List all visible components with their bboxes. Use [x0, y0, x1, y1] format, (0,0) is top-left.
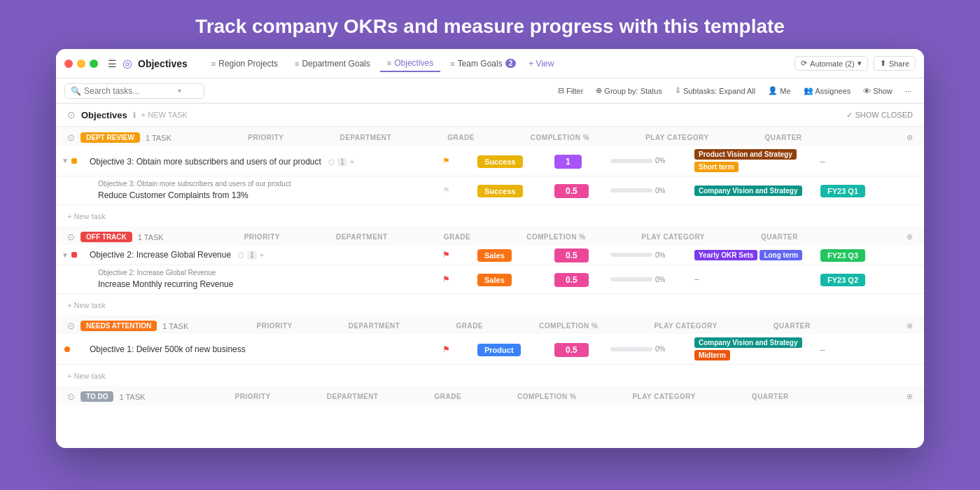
col-completion: COMPLETION % [526, 233, 585, 241]
tab-department-goals[interactable]: ≡ Department Goals [288, 56, 377, 71]
completion-pct: 0% [655, 276, 665, 284]
dept-badge: Sales [477, 274, 512, 286]
section-to-do: ⊙ TO DO 1 TASK PRIORITY DEPARTMENT GRADE… [56, 386, 924, 405]
task-row[interactable]: Objective 2: Increase Global Revenue Inc… [56, 265, 924, 294]
filter-icon: ⊟ [558, 86, 564, 95]
completion-pct: 0% [655, 345, 665, 353]
show-button[interactable]: 👁 Show [859, 85, 897, 97]
minimize-button[interactable] [77, 59, 85, 68]
task-row[interactable]: ▼ Objective 2: Increase Global Revenue ⬡… [56, 245, 924, 265]
group-by-button[interactable]: ⊕ Group by: Status [592, 85, 666, 97]
new-task-row: + New task [56, 205, 924, 226]
section-header-to-do: ⊙ TO DO 1 TASK PRIORITY DEPARTMENT GRADE… [56, 386, 924, 405]
subtasks-button[interactable]: ⇩ Subtasks: Expand All [671, 85, 760, 97]
section-add-button[interactable]: ⊕ [906, 321, 913, 330]
col-grade: GRADE [456, 322, 483, 330]
add-subtask-button[interactable]: + [260, 251, 264, 259]
col-priority: PRIORITY [256, 322, 292, 330]
dropdown-icon: ▾ [858, 59, 862, 68]
col-quarter: QUARTER [774, 322, 811, 330]
col-completion: COMPLETION % [539, 322, 598, 330]
completion-pct: 0% [655, 251, 665, 259]
grade-badge: 0.5 [554, 248, 589, 262]
status-badge-off-track: OFF TRACK [80, 232, 132, 242]
tab-team-goals[interactable]: ≡ Team Goals 2 [443, 56, 523, 71]
tab-objectives[interactable]: ≡ Objectives [380, 55, 440, 72]
dept-cell: Sales [477, 248, 554, 261]
section-collapse-icon[interactable]: ⊙ [67, 232, 75, 242]
status-badge-needs-attention: NEEDS ATTENTION [80, 321, 157, 331]
assignees-button[interactable]: 👥 Assignees [799, 85, 855, 97]
task-expand-cell [62, 346, 90, 352]
section-collapse-icon[interactable]: ⊙ [67, 132, 75, 143]
add-subtask-button[interactable]: + [350, 158, 354, 166]
subtask-icon: ⬡ [328, 158, 335, 166]
new-task-button[interactable]: + New task [67, 372, 106, 380]
task-name: Objective 3: Obtain more subscribers and… [90, 157, 321, 167]
content-area: ⊙ Objectives ℹ + NEW TASK ✓ SHOW CLOSED … [56, 104, 924, 448]
section-add-button[interactable]: ⊕ [906, 392, 913, 401]
grade-cell: 0.5 [554, 184, 610, 197]
grade-cell: 0.5 [554, 343, 610, 356]
new-task-button[interactable]: + New task [67, 212, 106, 220]
show-closed-button[interactable]: ✓ SHOW CLOSED [846, 111, 913, 120]
priority-flag: ⚑ [442, 186, 450, 195]
section-count: 1 TASK [138, 233, 164, 241]
filter-button[interactable]: ⊟ Filter [554, 85, 587, 97]
completion-cell: 0% [610, 157, 694, 164]
info-icon[interactable]: ℹ [133, 111, 136, 120]
priority-cell: ⚑ [414, 274, 477, 284]
new-task-button[interactable]: + NEW TASK [141, 111, 188, 119]
expand-icon[interactable]: ▼ [62, 251, 69, 259]
share-icon: ⬆ [880, 59, 886, 68]
dept-badge: Sales [477, 249, 512, 262]
task-color-dot [71, 252, 77, 258]
tab-region-projects[interactable]: ≡ Region Projects [204, 56, 285, 71]
app-title: Objectives [138, 58, 188, 69]
search-icon: 🔍 [71, 86, 81, 96]
task-row[interactable]: ▼ Objective 3: Obtain more subscribers a… [56, 146, 924, 176]
task-name: Increase Monthly recurring Revenue [98, 279, 233, 289]
task-row[interactable]: Objective 3: Obtain more subscribers and… [56, 176, 924, 205]
list-icon: ≡ [295, 59, 299, 68]
tags-cell: Product Vision and Strategy Short term [694, 149, 820, 172]
more-button[interactable]: ··· [901, 85, 916, 97]
search-input[interactable] [84, 86, 175, 96]
task-row[interactable]: Objective 1: Deliver 500k of new busines… [56, 334, 924, 365]
list-icon: ≡ [211, 59, 216, 68]
section-add-button[interactable]: ⊕ [906, 133, 913, 142]
automate-button[interactable]: ⟳ Automate (2) ▾ [794, 56, 868, 71]
col-grade: GRADE [434, 393, 461, 400]
quarter-badge: FY23 Q1 [820, 185, 865, 197]
task-color-dot [71, 158, 77, 164]
col-department: DEPARTMENT [327, 393, 379, 400]
task-name-cell: Objective 1: Deliver 500k of new busines… [90, 344, 414, 354]
expand-icon[interactable]: ▼ [62, 157, 69, 164]
quarter-badge: FY23 Q2 [820, 274, 865, 286]
toolbar: 🔍 ▾ ⊟ Filter ⊕ Group by: Status ⇩ Subtas… [56, 78, 924, 104]
add-view-button[interactable]: + View [528, 59, 554, 69]
chevron-down-icon[interactable]: ▾ [178, 87, 181, 94]
tag-company-vision: Company Vision and Strategy [694, 337, 802, 348]
col-priority: PRIORITY [248, 134, 284, 141]
col-play-category: PLAY CATEGORY [645, 134, 708, 141]
new-task-button[interactable]: + New task [67, 301, 106, 309]
completion-pct: 0% [655, 157, 665, 164]
close-button[interactable] [64, 59, 73, 68]
task-expand-cell: ▼ [62, 251, 90, 259]
collapse-icon[interactable]: ⊙ [67, 109, 76, 120]
maximize-button[interactable] [90, 59, 98, 68]
search-box[interactable]: 🔍 ▾ [64, 83, 204, 99]
hamburger-icon[interactable]: ☰ [108, 58, 117, 69]
new-task-row: + New task [56, 365, 924, 386]
priority-cell: ⚑ [414, 186, 477, 195]
me-button[interactable]: 👤 Me [764, 85, 794, 97]
grade-cell: 1 [554, 155, 610, 167]
share-button[interactable]: ⬆ Share [874, 56, 916, 71]
section-header-needs-attention: ⊙ NEEDS ATTENTION 1 TASK PRIORITY DEPART… [56, 315, 924, 334]
dept-badge: Success [477, 155, 523, 168]
section-collapse-icon[interactable]: ⊙ [67, 391, 75, 402]
section-collapse-icon[interactable]: ⊙ [67, 321, 75, 331]
section-add-button[interactable]: ⊕ [906, 232, 913, 241]
tag-midterm: Midterm [694, 350, 730, 360]
